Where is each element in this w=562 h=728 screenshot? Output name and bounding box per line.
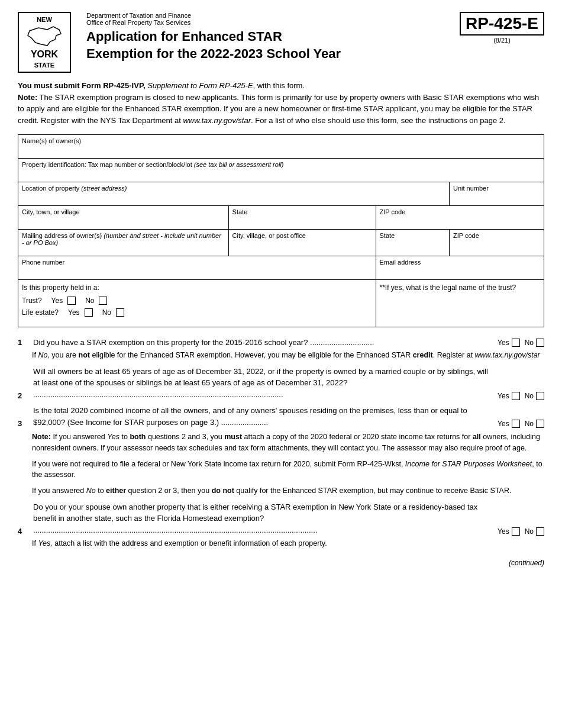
location-cell: Location of property (street address): [18, 182, 450, 206]
mailing-zip-label: ZIP code: [453, 232, 540, 239]
zip-label: ZIP code: [380, 208, 541, 215]
q2-yes-label: Yes: [498, 392, 509, 400]
trust-no-checkbox[interactable]: [99, 297, 107, 305]
life-estate-question-row: Life estate? Yes No: [22, 308, 372, 317]
q3-no-label: No: [525, 420, 534, 428]
ny-state-logo: NEW YORK STATE: [18, 12, 71, 73]
trust-question-row: Trust? Yes No: [22, 297, 372, 305]
logo-area: NEW YORK STATE: [18, 12, 77, 73]
q3-note1: Note: If you answered Yes to both questi…: [32, 431, 544, 454]
form-date: (8/21): [460, 37, 544, 44]
header-middle: Department of Taxation and Finance Offic…: [86, 12, 450, 62]
q4-yn: Yes No: [498, 527, 544, 536]
property-id-row: Property identification: Tax map number …: [18, 159, 544, 182]
q3-text: Is the total 2020 combined income of all…: [33, 405, 494, 428]
unit-number-cell: Unit number: [449, 182, 544, 206]
q1-sub: If No, you are not eligible for the Enha…: [32, 350, 544, 361]
city-cell: City, town, or village: [18, 206, 229, 230]
mailing-label: Mailing address of owner(s) (number and …: [22, 232, 225, 246]
q1-sub-bold2: credit: [413, 351, 433, 359]
trust-question-label: Trust?: [22, 297, 42, 305]
q1-sub-rest: , you are: [47, 351, 78, 359]
note-url: www.tax.ny.gov/star: [183, 116, 251, 125]
mailing-state-cell: State: [376, 230, 449, 256]
question-3-block: 3 Is the total 2020 combined income of a…: [18, 405, 544, 497]
q3-yes-label: Yes: [498, 420, 509, 428]
mailing-state-label: State: [380, 232, 445, 239]
q1-yes-label: Yes: [498, 339, 509, 347]
location-label: Location of property (street address): [22, 185, 445, 192]
q1-sub-rest3: . Register at: [433, 351, 475, 359]
trust-cell: Is this property held in a: Trust? Yes N…: [18, 280, 376, 327]
trust-row: Is this property held in a: Trust? Yes N…: [18, 280, 544, 327]
unit-number-label: Unit number: [453, 185, 540, 192]
questions-section: 1 Did you have a STAR exemption on this …: [18, 337, 544, 549]
trust-yes-checkbox[interactable]: [67, 297, 76, 305]
owner-name-label: Name(s) of owner(s): [22, 137, 540, 144]
q1-sub-rest2: eligible for the Enhanced STAR exemption…: [90, 351, 413, 359]
form-fields-table: Name(s) of owner(s) Property identificat…: [18, 134, 544, 327]
note-end: . For a list of who else should use this…: [251, 116, 506, 125]
page-header: NEW YORK STATE Department of Taxation an…: [18, 12, 544, 73]
state-cell: State: [228, 206, 376, 230]
q2-text: Will all owners be at least 65 years of …: [33, 366, 494, 401]
question-2-row: 2 Will all owners be at least 65 years o…: [18, 366, 544, 401]
q1-sub-url: www.tax.ny.gov/star: [475, 351, 540, 359]
q4-yes-checkbox[interactable]: [512, 527, 520, 536]
q4-text: Do you or your spouse own another proper…: [33, 501, 494, 536]
q3-no-checkbox[interactable]: [536, 420, 544, 428]
property-id-cell: Property identification: Tax map number …: [18, 159, 544, 182]
question-1-row: 1 Did you have a STAR exemption on this …: [18, 337, 544, 349]
q2-number: 2: [18, 391, 30, 400]
life-estate-label: Life estate?: [22, 308, 59, 317]
trust-if-yes-label: **If yes, what is the legal name of the …: [380, 284, 541, 292]
note-label: Note:: [18, 93, 37, 102]
q1-yes-checkbox[interactable]: [512, 339, 520, 347]
q3-yes-checkbox[interactable]: [512, 420, 520, 428]
mailing-cell: Mailing address of owner(s) (number and …: [18, 230, 229, 256]
q1-sub-text: If: [32, 351, 38, 359]
dept-info: Department of Taxation and Finance Offic…: [86, 12, 450, 26]
q2-yes-checkbox[interactable]: [512, 392, 520, 400]
q2-no-label: No: [525, 392, 534, 400]
q4-yes-label: Yes: [498, 527, 509, 536]
question-4-row: 4 Do you or your spouse own another prop…: [18, 501, 544, 536]
mailing-zip-cell: ZIP code: [449, 230, 544, 256]
owner-name-cell: Name(s) of owner(s): [18, 135, 544, 159]
intro-end: , with this form.: [253, 81, 305, 90]
life-estate-no-checkbox[interactable]: [116, 308, 124, 317]
trust-label: Is this property held in a:: [22, 284, 372, 292]
q1-no-checkbox[interactable]: [536, 339, 544, 347]
q3-note2: If you were not required to file a feder…: [32, 459, 544, 481]
city-village-label: City, village, or post office: [232, 232, 372, 239]
city-village-cell: City, village, or post office: [228, 230, 376, 256]
logo-york: YORK: [22, 49, 66, 61]
question-1-block: 1 Did you have a STAR exemption on this …: [18, 337, 544, 360]
header-right: RP-425-E (8/21): [460, 12, 544, 44]
q3-note3: If you answered No to either question 2 …: [32, 485, 544, 497]
question-3-row: 3 Is the total 2020 combined income of a…: [18, 405, 544, 428]
ny-map-icon: [27, 25, 62, 47]
q3-yn: Yes No: [498, 420, 544, 428]
life-estate-yes-checkbox[interactable]: [85, 308, 93, 317]
intro-text: You must submit Form RP-425-IVP, Supplem…: [18, 80, 544, 126]
phone-label: Phone number: [22, 259, 372, 266]
question-2-block: 2 Will all owners be at least 65 years o…: [18, 366, 544, 401]
location-row: Location of property (street address) Un…: [18, 182, 544, 206]
q1-sub-italic: No: [38, 351, 47, 359]
q4-number: 4: [18, 527, 30, 536]
question-4-block: 4 Do you or your spouse own another prop…: [18, 501, 544, 549]
form-number: RP-425-E: [460, 12, 544, 36]
q1-number: 1: [18, 338, 30, 347]
q1-yn: Yes No: [498, 339, 544, 347]
q1-no-label: No: [525, 339, 534, 347]
trust-name-cell: **If yes, what is the legal name of the …: [376, 280, 544, 327]
q2-yn: Yes No: [498, 392, 544, 400]
city-row: City, town, or village State ZIP code: [18, 206, 544, 230]
q1-sub-bold: not: [79, 351, 90, 359]
mailing-row: Mailing address of owner(s) (number and …: [18, 230, 544, 256]
form-title: Application for Enhanced STAR Exemption …: [86, 28, 450, 62]
q4-no-label: No: [525, 527, 534, 536]
q4-no-checkbox[interactable]: [536, 527, 544, 536]
q2-no-checkbox[interactable]: [536, 392, 544, 400]
